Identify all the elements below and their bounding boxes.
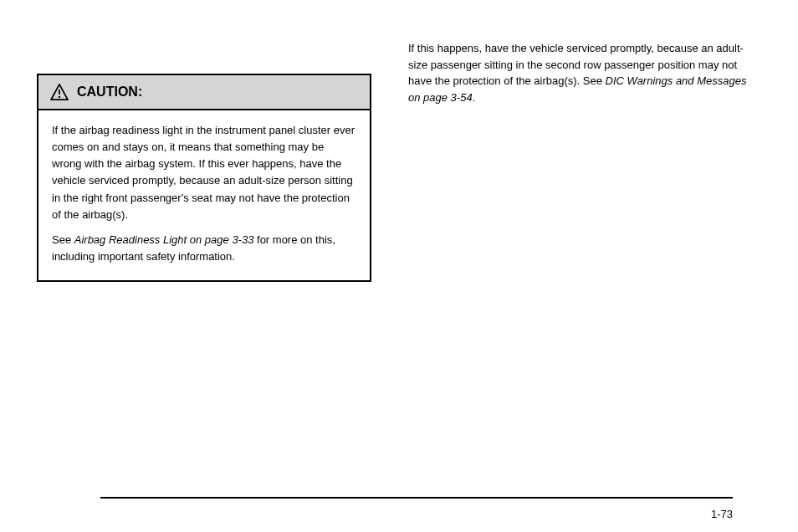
left-column: CAUTION: If the airbag readiness light i… (37, 40, 371, 297)
svg-point-1 (59, 96, 60, 98)
caution-box: CAUTION: If the airbag readiness light i… (37, 74, 371, 282)
right-paragraph-1: If this happens, have the vehicle servic… (408, 40, 751, 105)
page-number: 1-73 (711, 508, 733, 520)
footer-rule (100, 497, 733, 499)
two-column-layout: CAUTION: If the airbag readiness light i… (37, 40, 751, 297)
caution-body: If the airbag readiness light in the ins… (38, 110, 370, 280)
right-column: If this happens, have the vehicle servic… (408, 40, 751, 297)
caution-paragraph-2: See Airbag Readiness Light on page 3-33 … (52, 232, 356, 265)
warning-triangle-icon (50, 84, 69, 100)
caution-title: CAUTION: (77, 82, 142, 102)
page: CAUTION: If the airbag readiness light i… (0, 0, 798, 297)
cross-reference: Airbag Readiness Light on page 3-33 (74, 233, 254, 246)
caution-header: CAUTION: (38, 75, 370, 110)
caution-paragraph-1: If the airbag readiness light in the ins… (52, 122, 356, 223)
